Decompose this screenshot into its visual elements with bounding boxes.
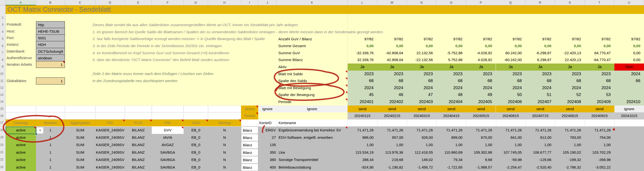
control-value-cell[interactable]: 202404 — [436, 98, 466, 106]
fid-cell[interactable]: KAISER_2409SV — [96, 149, 125, 156]
matrix-value-cell[interactable]: 103.702,29 — [585, 149, 614, 156]
row-number[interactable]: 3 — [0, 23, 4, 26]
matrix-value-cell[interactable]: -268,98 — [585, 156, 614, 164]
aggregation-cell[interactable]: SUM — [65, 164, 96, 171]
werttyp-cell[interactable]: N — [208, 127, 241, 134]
column-header-G[interactable]: G — [184, 0, 208, 5]
control-value-cell[interactable]: 0,00 — [377, 42, 407, 50]
selected-cell-outline[interactable] — [6, 127, 36, 134]
kontoid-cell[interactable]: 27 — [258, 134, 276, 141]
column-header-I[interactable]: I — [241, 0, 258, 5]
vsid-cell[interactable]: EB_0 — [184, 127, 208, 134]
pid-cell[interactable]: GVV — [152, 127, 184, 134]
matrix-header-iteration[interactable]: Iteration — [36, 120, 65, 127]
control-value-cell[interactable]: Ja — [377, 63, 407, 71]
row-number[interactable]: 22 — [0, 158, 4, 161]
matrix-value-cell[interactable]: -1.988,57 — [466, 164, 496, 171]
control-value-cell[interactable]: 97/82 — [377, 36, 407, 43]
control-value-cell[interactable]: 97/82 — [466, 36, 496, 43]
control-value-cell[interactable]: -64.770,47 — [585, 56, 614, 63]
config-value-cell[interactable]: OCTSchulung9 — [36, 48, 65, 55]
control-value-cell[interactable] — [614, 91, 644, 98]
row-number[interactable]: 9 — [0, 65, 4, 68]
pid-cell[interactable]: AVGAZ — [152, 141, 184, 149]
aktion-cell[interactable]: send — [496, 106, 526, 113]
aktion-cell[interactable]: send — [466, 106, 496, 113]
matrix-value-cell[interactable]: 71.471,26 — [436, 127, 466, 134]
matrix-value-cell[interactable]: 218,68 — [377, 156, 407, 164]
matrix-value-cell[interactable]: 112.418,55 — [407, 149, 436, 156]
matrix-value-cell[interactable]: 1,00 — [348, 141, 377, 149]
matrix-value-cell[interactable]: 71.471,26 — [348, 127, 377, 134]
control-value-cell[interactable]: 2023 — [585, 71, 614, 78]
aktion-cell[interactable]: send — [526, 106, 555, 113]
matrix-value-cell[interactable]: 110.860,69 — [436, 149, 466, 156]
fid-cell[interactable]: KAISER_2409SV — [96, 156, 125, 164]
matrix-value-cell[interactable]: 783,00 — [555, 134, 585, 141]
iteration-cell[interactable]: 1 — [36, 141, 65, 149]
control-value-cell[interactable]: 97/82 — [555, 36, 585, 43]
control-value-cell[interactable]: 0,00 — [585, 42, 614, 50]
control-value-cell[interactable]: 0,00 — [496, 42, 526, 50]
aggregation-cell[interactable]: SUM — [65, 156, 96, 164]
control-value-cell[interactable]: 53 — [585, 91, 614, 98]
row-number[interactable]: 16 — [0, 114, 4, 118]
control-value-cell[interactable]: Ja — [348, 63, 377, 71]
matrix-value-cell[interactable]: 71.471,26 — [526, 127, 555, 134]
typ-cell[interactable]: Bilanz — [241, 134, 258, 141]
column-header-B[interactable]: B — [36, 0, 65, 5]
matrix-value-cell[interactable]: 1,00 — [585, 141, 614, 149]
control-value-cell[interactable]: 97/82 — [496, 36, 526, 43]
control-value-cell[interactable]: 2023 — [407, 71, 436, 78]
control-value-cell[interactable]: 0,00 — [614, 50, 644, 57]
control-value-cell[interactable]: 97/82 — [614, 36, 644, 43]
row-number[interactable]: 6 — [0, 44, 4, 48]
aktion-cell[interactable]: ignore — [614, 106, 644, 113]
kontoname-cell[interactable]: EDV-Software, entgeltl. erworben — [278, 134, 347, 141]
control-value-cell[interactable]: 202401 — [348, 98, 377, 106]
iteration-cell[interactable]: 1 — [36, 134, 65, 141]
aggregation-cell[interactable]: SUM — [65, 134, 96, 141]
control-value-cell[interactable]: 2024 — [496, 85, 526, 92]
matrix-value-cell[interactable]: -1.722,65 — [436, 164, 466, 171]
control-value-cell[interactable]: 2023 — [348, 71, 377, 78]
column-header-U[interactable]: U — [614, 0, 644, 5]
zeilentyp-cell[interactable]: active — [6, 164, 36, 171]
control-value-cell[interactable]: Ja — [436, 63, 466, 71]
matrix-value-cell[interactable]: -924,90 — [348, 164, 377, 171]
control-value-cell[interactable]: 0,00 — [466, 42, 496, 50]
werttyp-cell[interactable]: N — [208, 164, 241, 171]
aktion-cell[interactable]: send — [555, 106, 585, 113]
control-value-cell[interactable]: 48 — [436, 91, 466, 98]
matrix-header-zeilentyp[interactable]: Zeilentyp — [6, 120, 36, 127]
column-header-L[interactable]: L — [348, 0, 377, 5]
matrix-value-cell[interactable]: 1,00 — [377, 141, 407, 149]
plid-cell[interactable]: BILANZ — [125, 149, 152, 156]
row-number[interactable]: 18 — [0, 128, 4, 132]
column-header-A[interactable]: A — [6, 0, 36, 5]
control-value-cell[interactable]: Ja — [555, 63, 585, 71]
control-value-cell[interactable]: 4.028,92 — [466, 56, 496, 63]
pid-cell[interactable]: SAVBGA — [152, 149, 184, 156]
control-value-cell[interactable]: 50 — [496, 91, 526, 98]
zeilentyp-cell[interactable]: active — [6, 156, 36, 164]
column-header-P[interactable]: P — [466, 0, 496, 5]
control-value-cell[interactable]: 2023 — [555, 71, 585, 78]
control-value-cell[interactable]: 0,00 — [614, 56, 644, 63]
aktion-cell[interactable]: send — [407, 106, 436, 113]
control-value-cell[interactable]: -60.242,00 — [496, 56, 526, 63]
column-header-J[interactable]: J — [258, 0, 276, 5]
matrix-value-cell[interactable]: -59,98 — [496, 156, 526, 164]
config-value-cell[interactable]: HEHE-TSUB — [36, 28, 65, 35]
aktion-cell[interactable]: send — [585, 106, 614, 113]
kontoname-cell[interactable] — [278, 141, 347, 149]
column-header-M[interactable]: M — [377, 0, 407, 5]
control-value-cell[interactable]: 32.339,76 — [348, 56, 377, 63]
aggregation-cell[interactable]: SUM — [65, 141, 96, 149]
matrix-value-cell[interactable]: 107.745,05 — [496, 149, 526, 156]
control-value-cell[interactable]: Ja — [466, 63, 496, 71]
matrix-value-cell[interactable]: 986,00 — [348, 134, 377, 141]
control-value-cell[interactable]: 2024 — [407, 85, 436, 92]
control-value-cell[interactable]: 202408 — [555, 98, 585, 106]
matrix-header-pid[interactable]: PID — [152, 120, 184, 127]
